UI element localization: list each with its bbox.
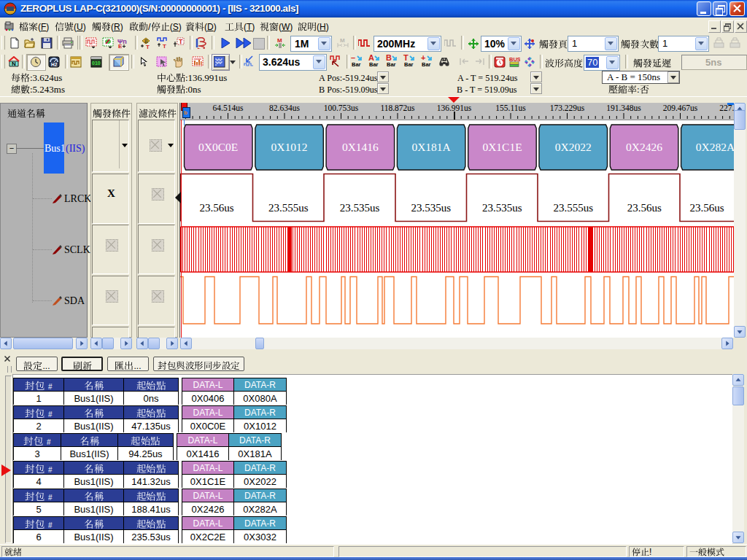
svg-text:H2: H2 (51, 62, 58, 67)
svg-text:010: 010 (92, 61, 101, 66)
svg-text:M: M (277, 37, 282, 44)
svg-text:T: T (179, 38, 183, 45)
svg-text:N: N (12, 61, 16, 67)
svg-text:T: T (146, 44, 150, 49)
svg-text:B: B (144, 39, 148, 44)
svg-text:E: E (118, 43, 123, 49)
svg-text:M: M (340, 37, 345, 44)
svg-text:T: T (163, 43, 166, 49)
